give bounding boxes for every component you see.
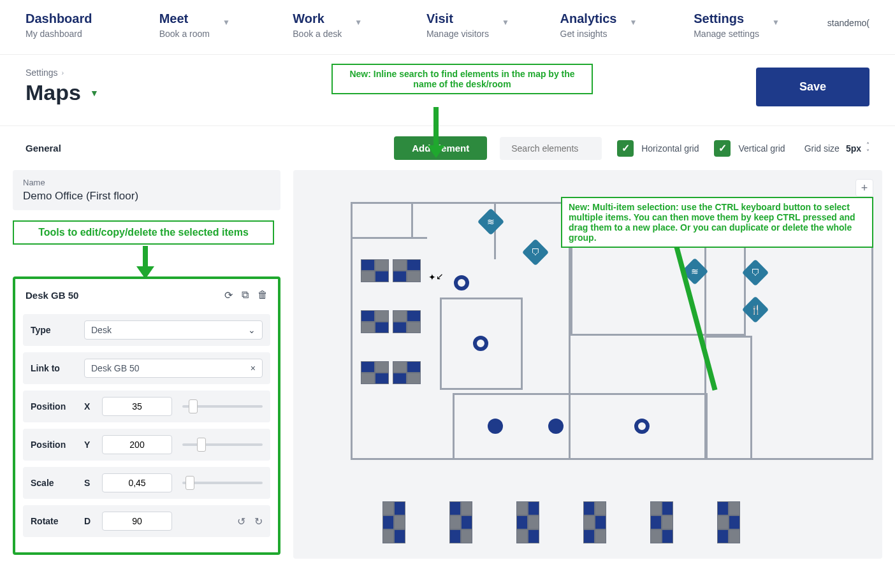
nav-title: Meet (159, 11, 210, 26)
desk-cluster[interactable] (650, 501, 673, 543)
chevron-down-icon: ▼ (222, 18, 230, 27)
nav-title: Work (293, 11, 342, 26)
linkto-select[interactable]: Desk GB 50 × (84, 359, 263, 378)
nav-title: Visit (426, 11, 489, 26)
position-y-slider[interactable] (182, 443, 263, 446)
callout-tools: Tools to edit/copy/delete the selected i… (13, 220, 274, 245)
checkbox-label: Vertical grid (738, 143, 785, 154)
nav-sub: Get insights (560, 29, 617, 39)
gridsize-label: Grid size (804, 143, 840, 154)
horizontal-grid-toggle[interactable]: Horizontal grid (617, 140, 699, 157)
copy-icon[interactable]: ⧉ (242, 289, 249, 301)
delete-icon[interactable]: 🗑 (258, 289, 268, 301)
position-x-slider[interactable] (182, 405, 263, 408)
rotate-input[interactable] (102, 512, 172, 531)
clear-icon[interactable]: × (251, 363, 256, 373)
map-name-card[interactable]: Name Demo Office (First floor) (13, 170, 280, 210)
breadcrumb[interactable]: Settings › (25, 68, 99, 78)
desk-cluster[interactable] (361, 361, 389, 384)
position-x-input[interactable] (102, 397, 172, 416)
field-label: Position (31, 440, 84, 450)
panel-title: Desk GB 50 (25, 290, 78, 301)
room-marker[interactable] (473, 336, 488, 351)
desk-cluster[interactable] (583, 501, 606, 543)
tab-general[interactable]: General (25, 143, 61, 154)
desk-cluster[interactable] (393, 259, 421, 282)
nav-item-settings[interactable]: Settings Manage settings ▼ (694, 11, 827, 39)
editor-toolbar: General Add element Horizontal grid Vert… (0, 125, 895, 170)
vertical-grid-toggle[interactable]: Vertical grid (714, 140, 785, 157)
room-marker[interactable] (634, 419, 650, 434)
desk-cluster[interactable] (516, 501, 539, 543)
room-marker[interactable] (454, 275, 469, 290)
main-area: Name Demo Office (First floor) Tools to … (0, 170, 895, 571)
rotate-cw-icon[interactable]: ↻ (254, 515, 263, 527)
chevron-down-icon: ▼ (354, 18, 362, 27)
field-label: Scale (31, 478, 84, 488)
checkbox-checked-icon[interactable] (617, 140, 634, 157)
nav-sub: Book a room (159, 29, 210, 39)
nav-title: Dashboard (25, 11, 92, 26)
map-name-value: Demo Office (First floor) (23, 190, 270, 203)
chevron-right-icon: › (62, 69, 64, 76)
desk-cluster[interactable] (361, 259, 389, 282)
desk-cluster[interactable] (382, 501, 405, 543)
position-y-field: Position Y (23, 429, 270, 461)
desk-cluster[interactable] (717, 501, 740, 543)
nav-item-meet[interactable]: Meet Book a room ▼ (159, 11, 293, 39)
select-value: Desk (91, 325, 112, 335)
nav-item-analytics[interactable]: Analytics Get insights ▼ (560, 11, 694, 39)
field-label: Rotate (31, 516, 84, 526)
position-y-input[interactable] (102, 435, 172, 454)
desk-cluster[interactable] (393, 361, 421, 384)
checkbox-checked-icon[interactable] (714, 140, 731, 157)
expand-button[interactable]: + (855, 179, 873, 197)
axis-label: Y (84, 440, 99, 450)
page-title: Maps (25, 80, 81, 105)
map-canvas[interactable]: + (293, 170, 882, 559)
chevron-down-icon: ⌄ (248, 325, 256, 335)
gridsize-value: 5px (846, 143, 861, 154)
room-marker[interactable] (488, 419, 503, 434)
desk-cluster[interactable] (393, 310, 421, 333)
field-label: Link to (31, 363, 84, 373)
nav-title: Analytics (560, 11, 617, 26)
nav-item-dashboard[interactable]: Dashboard My dashboard (25, 11, 159, 39)
type-select[interactable]: Desk ⌄ (84, 320, 263, 340)
nav-sub: My dashboard (25, 29, 92, 39)
scale-input[interactable] (102, 473, 172, 492)
axis-label: S (84, 478, 99, 488)
room-marker[interactable] (548, 419, 564, 434)
scale-slider[interactable] (182, 482, 263, 484)
chevron-down-icon: ▼ (630, 18, 637, 27)
scale-field: Scale S (23, 467, 270, 499)
save-button[interactable]: Save (756, 68, 870, 106)
nav-item-visit[interactable]: Visit Manage visitors ▼ (426, 11, 560, 39)
refresh-icon[interactable]: ⟳ (224, 289, 233, 301)
gridsize-control: Grid size 5px ˄ ˅ (804, 141, 870, 155)
search-elements-input[interactable] (500, 137, 602, 160)
callout-search: New: Inline search to find elements in t… (331, 64, 593, 94)
rotate-ccw-icon[interactable]: ↺ (237, 515, 245, 527)
breadcrumb-parent[interactable]: Settings (25, 68, 58, 78)
desk-cluster[interactable] (449, 501, 472, 543)
desk-cluster[interactable] (361, 310, 389, 333)
stepper-up-icon[interactable]: ˄ (866, 141, 870, 148)
chevron-down-icon: ▼ (772, 18, 780, 27)
side-panel: Name Demo Office (First floor) Tools to … (13, 170, 280, 559)
page-header: Settings › Maps ▼ Save New: Inline searc… (0, 55, 895, 125)
nav-title: Settings (694, 11, 759, 26)
checkbox-label: Horizontal grid (641, 143, 699, 154)
arrow-down-icon (138, 246, 280, 279)
arrow-down-icon (428, 107, 445, 158)
chevron-down-icon[interactable]: ▼ (90, 88, 99, 98)
axis-label: D (84, 516, 99, 526)
stepper-down-icon[interactable]: ˅ (866, 148, 870, 155)
rotate-field: Rotate D ↺ ↻ (23, 505, 270, 537)
user-menu[interactable]: standemo( (827, 18, 870, 28)
position-x-field: Position X (23, 391, 270, 422)
nav-item-work[interactable]: Work Book a desk ▼ (293, 11, 426, 39)
map-name-label: Name (23, 178, 270, 187)
select-value: Desk GB 50 (91, 363, 139, 373)
type-field: Type Desk ⌄ (23, 314, 270, 346)
